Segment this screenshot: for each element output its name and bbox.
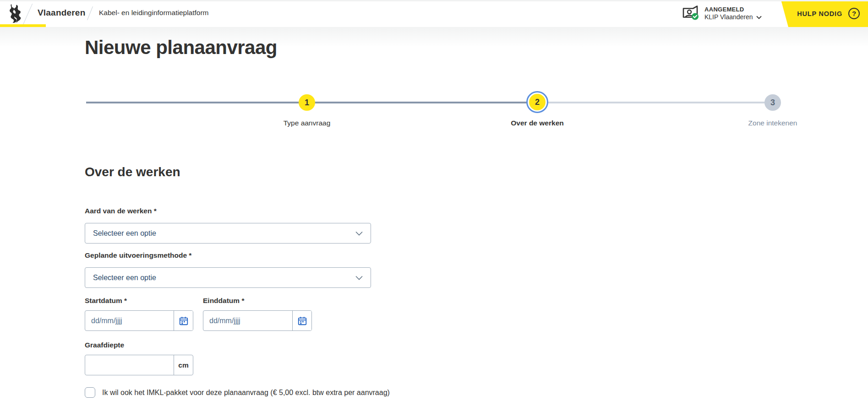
window-top-strip xyxy=(0,0,868,1)
step-3-label: Zone intekenen xyxy=(722,119,823,127)
field-aard-van-de-werken: Aard van de werken * Selecteer een optie xyxy=(85,207,371,244)
startdatum-input[interactable] xyxy=(85,311,174,330)
yellow-accent-bar xyxy=(0,24,46,27)
field-graafdiepte: Graafdiepte cm xyxy=(85,341,193,375)
field-startdatum: Startdatum * xyxy=(85,297,193,331)
id-card-icon xyxy=(682,5,699,22)
breadcrumb-slash-divider xyxy=(87,6,93,20)
question-mark-icon: ? xyxy=(848,8,860,19)
user-account-menu[interactable]: AANGEMELD KLIP Vlaanderen xyxy=(682,5,762,22)
field-uitvoeringsmethode: Geplande uitvoeringsmethode * Selecteer … xyxy=(85,251,371,288)
calendar-icon xyxy=(297,316,307,326)
step-1-circle[interactable]: 1 xyxy=(299,94,315,111)
help-button[interactable]: HULP NODIG ? xyxy=(780,0,868,27)
brand-link-vlaanderen[interactable]: Vlaanderen xyxy=(38,8,85,18)
aard-label: Aard van de werken * xyxy=(85,207,371,215)
chevron-down-icon xyxy=(756,13,762,22)
imkl-checkbox-label: Ik wil ook het IMKL-pakket voor deze pla… xyxy=(102,389,390,397)
methode-select[interactable]: Selecteer een optie xyxy=(85,267,371,288)
step-2-number: 2 xyxy=(535,97,540,107)
step-1-number: 1 xyxy=(305,98,309,108)
imkl-checkbox-row: Ik wil ook het IMKL-pakket voor deze pla… xyxy=(85,387,390,398)
step-2-circle-active: 2 xyxy=(526,91,548,113)
aard-select[interactable]: Selecteer een optie xyxy=(85,223,371,244)
einddatum-calendar-button[interactable] xyxy=(292,311,311,330)
chevron-down-icon xyxy=(355,274,363,282)
methode-label: Geplande uitvoeringsmethode * xyxy=(85,251,371,260)
graafdiepte-label: Graafdiepte xyxy=(85,341,193,349)
calendar-icon xyxy=(179,316,189,326)
logo-diagonal-divider xyxy=(23,4,33,25)
startdatum-calendar-button[interactable] xyxy=(174,311,193,330)
chevron-down-icon xyxy=(355,229,363,238)
startdatum-label: Startdatum * xyxy=(85,297,193,305)
account-name: KLIP Vlaanderen xyxy=(704,13,753,22)
aard-selected-value: Selecteer een optie xyxy=(93,229,156,238)
graafdiepte-input[interactable] xyxy=(85,355,174,375)
top-navigation-bar: Vlaanderen Kabel- en leidinginformatiepl… xyxy=(0,0,868,27)
date-fields-row: Startdatum * Einddatum * xyxy=(85,297,312,331)
field-einddatum: Einddatum * xyxy=(203,297,312,331)
step-2-inner-circle: 2 xyxy=(529,94,546,110)
imkl-checkbox[interactable] xyxy=(85,387,95,398)
page-title: Nieuwe planaanvraag xyxy=(85,37,277,59)
step-2-label: Over de werken xyxy=(487,119,588,127)
app-title-link[interactable]: Kabel- en leidinginformatieplatform xyxy=(99,9,209,17)
vlaanderen-lion-icon xyxy=(6,4,24,25)
step-3-number: 3 xyxy=(770,98,775,108)
step-1-label: Type aanvraag xyxy=(257,119,357,127)
einddatum-label: Einddatum * xyxy=(203,297,312,305)
login-status-text: AANGEMELD xyxy=(704,6,762,13)
methode-selected-value: Selecteer een optie xyxy=(93,274,156,282)
section-title: Over de werken xyxy=(85,165,180,179)
step-3-circle: 3 xyxy=(764,94,781,111)
klip-planaanvraag-page: Vlaanderen Kabel- en leidinginformatiepl… xyxy=(0,0,868,417)
help-button-label: HULP NODIG xyxy=(797,10,842,17)
einddatum-input[interactable] xyxy=(203,311,292,330)
graafdiepte-unit: cm xyxy=(174,355,193,375)
stepper-track-upcoming xyxy=(537,102,773,103)
